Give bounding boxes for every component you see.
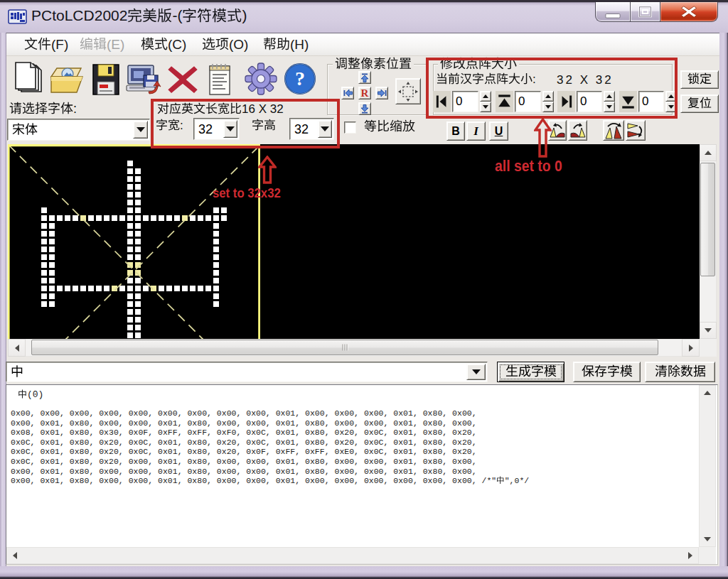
scroll-left-button[interactable] bbox=[8, 339, 26, 357]
scroll-down-button[interactable] bbox=[699, 531, 716, 547]
export-to-disk-button[interactable] bbox=[125, 63, 162, 97]
scroll-left-button[interactable] bbox=[6, 547, 23, 564]
notes-button[interactable] bbox=[207, 62, 232, 97]
spin-down-icon[interactable] bbox=[604, 102, 615, 112]
generate-button-label bbox=[505, 364, 557, 379]
save-output-button[interactable] bbox=[573, 362, 641, 382]
open-file-button[interactable] bbox=[50, 63, 84, 95]
dropdown-icon bbox=[321, 126, 329, 131]
settings-button[interactable] bbox=[245, 62, 277, 96]
move-left-button[interactable] bbox=[341, 87, 354, 99]
hex-line: 0x0C, 0x01, 0x80, 0x20, 0x0C, 0x01, 0x80… bbox=[11, 447, 529, 457]
char-width-combobox[interactable]: 32 bbox=[193, 118, 240, 140]
hex-line: 0x00, 0x01, 0x80, 0x00, 0x00, 0x01, 0x80… bbox=[11, 467, 529, 477]
spin-down-icon[interactable] bbox=[542, 102, 554, 112]
rotate-right-button[interactable] bbox=[568, 120, 587, 141]
rotate-button[interactable]: R bbox=[358, 87, 371, 99]
move-right-button[interactable] bbox=[375, 87, 388, 99]
help-button[interactable]: ? bbox=[284, 62, 316, 96]
minimize-icon bbox=[596, 2, 630, 21]
italic-button[interactable]: I bbox=[466, 121, 486, 141]
char-width-value: 32 bbox=[198, 121, 213, 136]
scroll-down-icon bbox=[704, 537, 711, 541]
annotation-arrow-size bbox=[258, 156, 277, 184]
dot-matrix-canvas[interactable] bbox=[8, 144, 700, 339]
menu-options[interactable]: (O) bbox=[198, 33, 252, 56]
bold-button[interactable]: B bbox=[446, 121, 465, 141]
current-size-label: : bbox=[436, 72, 536, 87]
spin-up-icon[interactable] bbox=[542, 91, 554, 102]
scroll-down-button[interactable] bbox=[700, 322, 717, 339]
char-width-dropdown-button[interactable] bbox=[223, 120, 237, 138]
char-dropdown-button[interactable] bbox=[466, 364, 486, 380]
right-offset-input[interactable] bbox=[577, 91, 602, 112]
generate-button[interactable] bbox=[497, 362, 564, 382]
scroll-up-button[interactable] bbox=[700, 144, 717, 161]
delete-button[interactable] bbox=[166, 64, 199, 95]
underline-label: U bbox=[495, 125, 503, 138]
lock-button[interactable] bbox=[680, 70, 719, 89]
top-offset-input[interactable] bbox=[515, 91, 541, 112]
menu-bar: (F) (E) (C) (O) (H) bbox=[6, 33, 719, 56]
minimize-button[interactable] bbox=[595, 2, 630, 22]
scroll-left-icon bbox=[15, 345, 19, 352]
left-edge-icon[interactable] bbox=[433, 91, 451, 112]
top-offset-spinner[interactable] bbox=[542, 91, 554, 112]
char-height-dropdown-button[interactable] bbox=[318, 120, 332, 138]
scroll-right-button[interactable] bbox=[682, 547, 699, 564]
char-combobox[interactable] bbox=[6, 362, 488, 382]
left-offset-spinner[interactable] bbox=[480, 91, 491, 112]
window-border-left bbox=[0, 33, 6, 566]
underline-button[interactable]: U bbox=[489, 121, 508, 141]
font-combobox[interactable] bbox=[7, 119, 150, 141]
menu-help[interactable]: (H) bbox=[259, 33, 313, 56]
spin-down-icon[interactable] bbox=[480, 102, 491, 112]
bottom-edge-icon[interactable] bbox=[619, 91, 637, 112]
menu-file[interactable]: (F) bbox=[20, 33, 73, 56]
save-button[interactable] bbox=[91, 63, 121, 97]
clear-button[interactable] bbox=[645, 362, 715, 382]
proportional-scale-checkbox[interactable] bbox=[344, 121, 356, 134]
spin-up-icon[interactable] bbox=[665, 91, 677, 102]
right-offset-spinner[interactable] bbox=[604, 91, 615, 112]
menu-mode[interactable]: (C) bbox=[136, 33, 191, 56]
new-file-button[interactable] bbox=[12, 61, 45, 97]
canvas-hscrollbar[interactable] bbox=[8, 339, 700, 357]
bottom-offset-input[interactable] bbox=[638, 91, 664, 112]
save-icon bbox=[91, 63, 121, 97]
move-down-button[interactable] bbox=[358, 102, 371, 115]
canvas-vscroll-thumb[interactable] bbox=[700, 163, 715, 276]
flip-vertical-button[interactable] bbox=[603, 120, 624, 141]
char-height-combobox[interactable]: 32 bbox=[289, 118, 334, 140]
center-glyph-icon bbox=[398, 82, 418, 102]
app-window: PCtoLCD2002-() bbox=[0, 0, 728, 579]
spin-down-icon[interactable] bbox=[665, 102, 677, 112]
right-edge-icon[interactable] bbox=[557, 91, 575, 112]
move-up-button[interactable] bbox=[358, 71, 371, 84]
output-textarea[interactable]: (0) 0x00, 0x00, 0x00, 0x00, 0x00, 0x00, … bbox=[6, 384, 718, 565]
scroll-right-button[interactable] bbox=[682, 339, 700, 357]
scroll-up-button[interactable] bbox=[699, 385, 716, 401]
canvas-hscroll-thumb[interactable] bbox=[31, 340, 658, 355]
rotate-label: R bbox=[361, 87, 369, 99]
maximize-button[interactable] bbox=[630, 2, 660, 22]
export-to-disk-icon bbox=[125, 63, 162, 97]
window-title: PCtoLCD2002-() bbox=[31, 7, 247, 24]
flip-horizontal-button[interactable] bbox=[626, 120, 646, 141]
open-file-icon bbox=[50, 63, 84, 95]
scroll-left-icon bbox=[13, 552, 17, 559]
top-edge-icon[interactable] bbox=[496, 91, 513, 112]
close-button[interactable] bbox=[660, 2, 718, 22]
output-hscrollbar[interactable] bbox=[6, 547, 699, 564]
spin-up-icon[interactable] bbox=[604, 91, 615, 102]
output-vscrollbar[interactable] bbox=[699, 385, 716, 547]
canvas-vscrollbar[interactable] bbox=[700, 144, 717, 339]
spin-up-icon[interactable] bbox=[480, 91, 491, 102]
reset-button[interactable] bbox=[680, 94, 719, 113]
menu-edit[interactable]: (E) bbox=[75, 33, 129, 56]
bottom-offset-spinner[interactable] bbox=[665, 91, 677, 112]
center-glyph-button[interactable] bbox=[395, 78, 421, 104]
left-offset-input[interactable] bbox=[452, 91, 478, 112]
font-dropdown-button[interactable] bbox=[133, 121, 148, 139]
lock-button-label bbox=[687, 72, 712, 87]
